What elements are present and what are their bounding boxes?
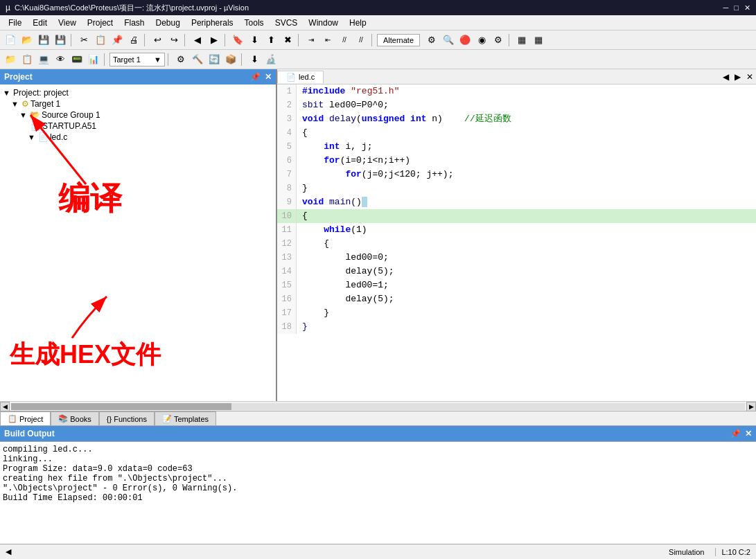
build-output-pin[interactable]: 📌 <box>730 429 741 438</box>
tab-close-all[interactable]: ✕ <box>744 72 756 82</box>
tab-scroll-right[interactable]: ▶ <box>732 72 744 82</box>
indent-button[interactable]: ⇥ <box>304 33 319 48</box>
code-editor[interactable]: 1 #include "reg51.h" 2 sbit led00=P0^0; … <box>277 85 756 401</box>
register-button[interactable]: 📋 <box>19 52 35 67</box>
print-button[interactable]: 🖨 <box>126 33 141 48</box>
tree-item-startup[interactable]: 📄 STARTUP.A51 <box>28 121 273 132</box>
tab-functions[interactable]: {} Functions <box>99 411 155 425</box>
build-output[interactable]: compiling led.c... linking... Program Si… <box>0 441 756 544</box>
tab-books[interactable]: 📚 Books <box>51 411 99 425</box>
new-file-button[interactable]: 📄 <box>3 33 18 48</box>
uncomment-button[interactable]: // <box>353 33 369 48</box>
code-line-11: 11 while(1) <box>277 223 756 237</box>
memory-button[interactable]: 💻 <box>36 52 51 67</box>
annotation-hex: 生成HEX文件 <box>10 338 161 372</box>
annotation-compile: 编译 <box>58 177 122 220</box>
tb-extra-4[interactable]: ◉ <box>474 33 489 48</box>
menu-window[interactable]: Window <box>303 17 344 29</box>
compile-button[interactable]: ⚙ <box>173 52 188 67</box>
line-content-1: #include "reg51.h" <box>297 85 399 98</box>
line-num-3: 3 <box>277 112 297 126</box>
line-content-7: for(j=0;j<120; j++); <box>297 168 453 181</box>
menu-file[interactable]: File <box>3 17 27 29</box>
minimize-button[interactable]: ─ <box>723 3 729 12</box>
bookmark-prev-button[interactable]: ⬆ <box>263 33 279 48</box>
build-line-4: creating hex file from ".\Objects\projec… <box>3 474 753 483</box>
main-layout: Project 📌 ✕ ▼ Project: project ▼ ⚙ Targe… <box>0 69 756 559</box>
logic-analyzer-button[interactable]: 📊 <box>86 52 101 67</box>
watch-button[interactable]: 👁 <box>53 52 68 67</box>
menu-debug[interactable]: Debug <box>150 17 186 29</box>
editor-hscrollbar[interactable]: ◀ ▶ <box>0 401 756 411</box>
save-button[interactable]: 💾 <box>36 33 51 48</box>
redo-button[interactable]: ↪ <box>166 33 182 48</box>
hscroll-right-btn[interactable]: ▶ <box>746 402 756 411</box>
tab-project[interactable]: 📋 Project <box>0 411 51 425</box>
proteus-button[interactable]: 🔬 <box>263 52 279 67</box>
copy-button[interactable]: 📋 <box>93 33 108 48</box>
build-line-5: ".\Objects\project" - 0 Error(s), 0 Warn… <box>3 483 753 493</box>
close-button[interactable]: ✕ <box>744 3 750 12</box>
tab-templates-icon: 📝 <box>162 414 172 423</box>
menu-bar: File Edit View Project Flash Debug Perip… <box>0 15 756 30</box>
tab-templates-label: Templates <box>174 415 209 423</box>
menu-view[interactable]: View <box>53 17 82 29</box>
menu-svcs[interactable]: SVCS <box>270 17 304 29</box>
nav-forward-button[interactable]: ▶ <box>206 33 222 48</box>
tb-extra-3[interactable]: 🔴 <box>457 33 473 48</box>
build-output-close[interactable]: ✕ <box>745 429 752 438</box>
build-button[interactable]: 🔨 <box>190 52 205 67</box>
hscrollbar-track[interactable] <box>11 403 745 410</box>
paste-button[interactable]: 📌 <box>109 33 125 48</box>
project-panel-pin[interactable]: 📌 <box>250 72 261 82</box>
nav-back-button[interactable]: ◀ <box>190 33 205 48</box>
menu-project[interactable]: Project <box>82 17 118 29</box>
project-panel-close[interactable]: ✕ <box>265 72 272 82</box>
menu-edit[interactable]: Edit <box>27 17 53 29</box>
menu-flash[interactable]: Flash <box>118 17 150 29</box>
line-content-6: for(i=0;i<n;i++) <box>297 154 410 168</box>
tb-extra-6[interactable]: ▦ <box>514 33 529 48</box>
tb-extra-1[interactable]: ⚙ <box>424 33 439 48</box>
comment-button[interactable]: // <box>337 33 352 48</box>
alternate-button[interactable]: Alternate <box>377 34 420 46</box>
menu-help[interactable]: Help <box>344 17 372 29</box>
menu-peripherals[interactable]: Peripherals <box>186 17 239 29</box>
line-content-5: int i, j; <box>297 140 372 154</box>
maximize-button[interactable]: □ <box>734 3 739 12</box>
status-left-arrow[interactable]: ◀ <box>6 547 11 556</box>
tab-templates[interactable]: 📝 Templates <box>155 411 216 425</box>
tab-scroll-left[interactable]: ◀ <box>720 72 732 82</box>
bookmark-clear-button[interactable]: ✖ <box>280 33 295 48</box>
tb-extra-2[interactable]: 🔍 <box>441 33 456 48</box>
tree-icon-project: ▼ <box>3 89 10 97</box>
editor-tab-ledc[interactable]: 📄 led.c <box>277 71 324 83</box>
bookmark-next-button[interactable]: ⬇ <box>247 33 262 48</box>
tree-item-ledc[interactable]: ▼ 📄 led.c <box>28 132 273 143</box>
unindent-button[interactable]: ⇤ <box>320 33 335 48</box>
hscroll-left-btn[interactable]: ◀ <box>0 402 10 411</box>
save-all-button[interactable]: 💾 <box>53 33 68 48</box>
line-num-9: 9 <box>277 195 297 209</box>
open-file-button[interactable]: 📂 <box>19 33 35 48</box>
tree-item-target1[interactable]: ▼ ⚙ Target 1 <box>11 98 273 109</box>
editor-scroll-controls: ◀ ▶ ✕ <box>720 72 756 82</box>
hscrollbar-thumb[interactable] <box>11 403 231 410</box>
tree-icon-source-group: ▼ <box>19 111 27 119</box>
rebuild-button[interactable]: 🔄 <box>206 52 222 67</box>
undo-button[interactable]: ↩ <box>150 33 165 48</box>
tb-extra-5[interactable]: ⚙ <box>491 33 506 48</box>
build-line-1: compiling led.c... <box>3 445 753 454</box>
cut-button[interactable]: ✂ <box>76 33 91 48</box>
menu-tools[interactable]: Tools <box>239 17 270 29</box>
tb-extra-7[interactable]: ▦ <box>531 33 546 48</box>
batch-build-button[interactable]: 📦 <box>223 52 238 67</box>
tree-item-source-group[interactable]: ▼ 📂 Source Group 1 <box>19 109 273 121</box>
bookmark-button[interactable]: 🔖 <box>230 33 245 48</box>
download-button[interactable]: ⬇ <box>247 52 262 67</box>
tree-item-project[interactable]: ▼ Project: project <box>3 87 273 98</box>
target-dropdown[interactable]: Target 1 ▼ <box>109 53 165 66</box>
serial-button[interactable]: 📟 <box>69 52 85 67</box>
project-tree[interactable]: ▼ Project: project ▼ ⚙ Target 1 ▼ 📂 Sour… <box>0 85 276 401</box>
project-window-button[interactable]: 📁 <box>3 52 18 67</box>
